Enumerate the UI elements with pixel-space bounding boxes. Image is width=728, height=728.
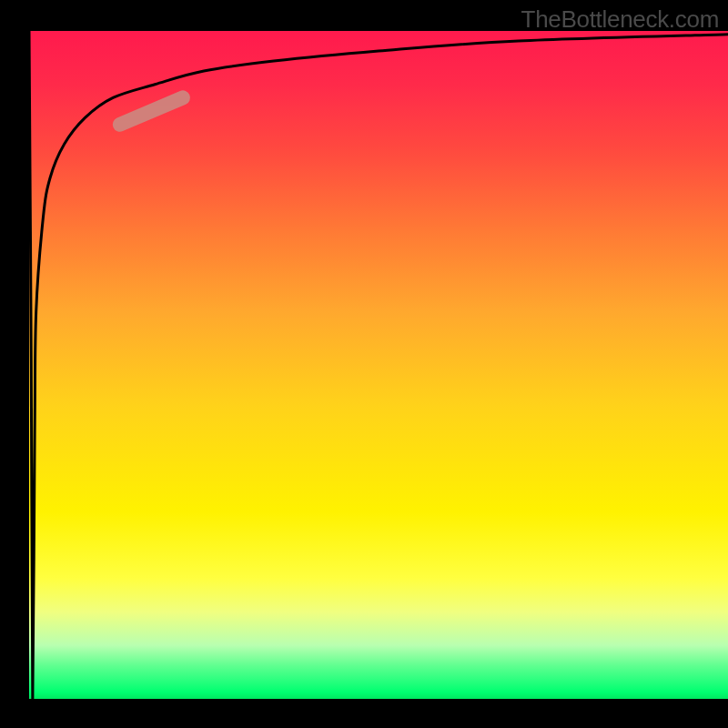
- attribution-label: TheBottleneck.com: [521, 5, 719, 34]
- chart-container: TheBottleneck.com: [0, 0, 728, 728]
- plot-gradient-background: [29, 31, 728, 699]
